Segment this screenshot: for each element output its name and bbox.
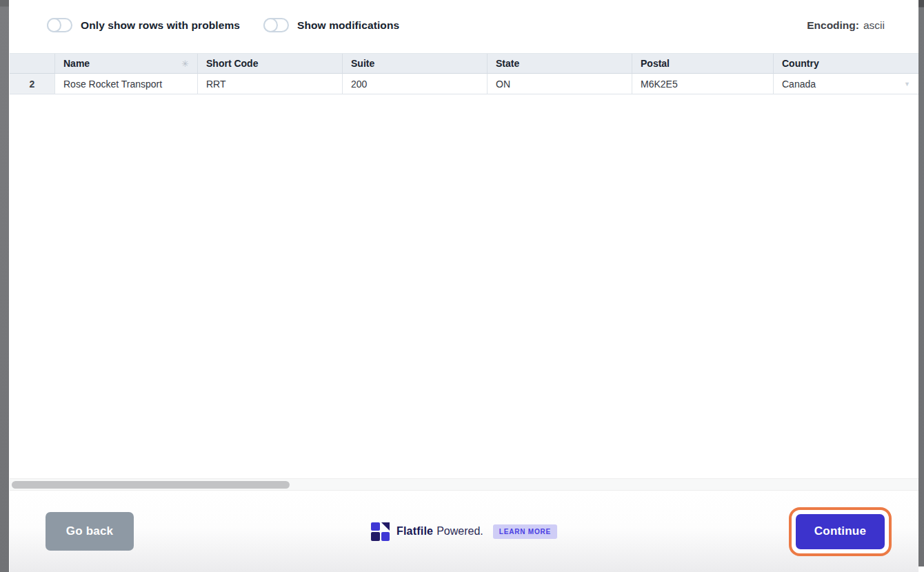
table-row: 2 Rose Rocket Transport RRT 200 ON M6K2E… <box>10 74 918 94</box>
horizontal-scrollbar-track[interactable] <box>10 478 918 491</box>
problems-toggle-label: Only show rows with problems <box>81 19 240 32</box>
data-table: Name ✳ Short Code Suite State Postal Cou… <box>10 53 918 94</box>
header-cell-suite: Suite <box>343 54 488 74</box>
toggle-knob <box>263 18 278 32</box>
encoding-value: ascii <box>863 19 885 31</box>
header-cell-rownum <box>10 54 55 74</box>
flatfile-branding: Flatfile Powered. LEARN MORE <box>371 520 557 543</box>
modifications-toggle-label: Show modifications <box>297 19 399 32</box>
cell-name[interactable]: Rose Rocket Transport <box>55 74 198 94</box>
header-cell-postal: Postal <box>632 54 774 74</box>
problems-toggle-group: Only show rows with problems <box>47 18 240 32</box>
brand-name: Flatfile <box>396 525 433 538</box>
window-edge-left <box>0 0 9 572</box>
row-number-cell: 2 <box>10 74 55 94</box>
learn-more-badge[interactable]: LEARN MORE <box>493 524 557 539</box>
cell-suite[interactable]: 200 <box>343 74 488 94</box>
review-toolbar: Only show rows with problems Show modifi… <box>10 0 918 53</box>
toggle-knob <box>47 18 61 32</box>
modifications-toggle-group: Show modifications <box>263 18 399 32</box>
chevron-down-icon: ▼ <box>904 81 910 88</box>
go-back-button[interactable]: Go back <box>46 512 134 551</box>
horizontal-scrollbar-thumb[interactable] <box>12 481 290 489</box>
cell-short-code[interactable]: RRT <box>198 74 343 94</box>
encoding-indicator: Encoding:ascii <box>807 19 885 32</box>
window-edge-right <box>918 0 924 566</box>
encoding-label: Encoding: <box>807 19 859 31</box>
header-cell-country: Country <box>774 54 918 74</box>
cell-country-value: Canada <box>782 79 816 90</box>
brand-suffix: Powered. <box>436 525 483 538</box>
header-label: Name <box>63 58 90 69</box>
cell-country-select[interactable]: Canada ▼ <box>774 74 918 94</box>
header-cell-name: Name ✳ <box>55 54 198 74</box>
header-cell-state: State <box>488 54 632 74</box>
header-cell-short-code: Short Code <box>198 54 343 74</box>
cell-state[interactable]: ON <box>488 74 632 94</box>
continue-button[interactable]: Continue <box>796 514 885 549</box>
table-header-row: Name ✳ Short Code Suite State Postal Cou… <box>10 54 918 74</box>
modifications-toggle[interactable] <box>263 18 289 32</box>
continue-highlight-ring: Continue <box>789 507 892 556</box>
problems-toggle[interactable] <box>47 18 72 32</box>
footer-bar: Go back Flatfile Powered. LEARN MORE Con… <box>10 491 918 572</box>
cell-postal[interactable]: M6K2E5 <box>632 74 774 94</box>
required-asterisk-icon: ✳ <box>181 59 189 69</box>
flatfile-logo-icon <box>371 522 390 541</box>
